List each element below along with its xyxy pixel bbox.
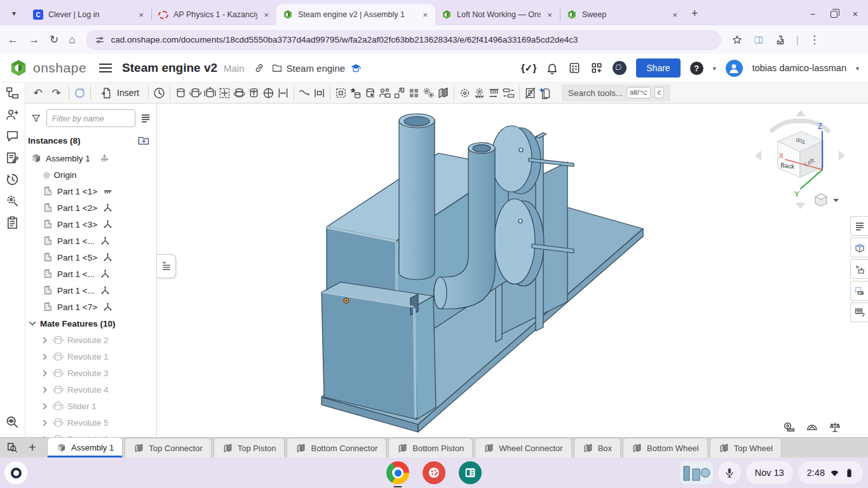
tree-row-part[interactable]: Part 1 <7> [25, 299, 156, 315]
main-menu-icon[interactable] [99, 64, 112, 72]
configurations-panel-tab[interactable] [850, 238, 868, 257]
gear-relation-icon[interactable] [458, 86, 471, 100]
date-pill[interactable]: Nov 13 [746, 461, 793, 484]
view-options-button[interactable] [815, 194, 839, 207]
viewcube-arrow-up[interactable] [796, 110, 806, 116]
versions-icon[interactable]: {✓} [521, 62, 536, 74]
address-bar[interactable]: cad.onshape.com/documents/18cdd5550ba373… [86, 30, 721, 50]
model-firebox-front[interactable] [322, 292, 417, 419]
hide-bom-icon[interactable] [524, 86, 537, 100]
bom-panel-tab[interactable] [850, 216, 868, 236]
launcher-button[interactable] [4, 461, 27, 484]
linear-pattern-icon[interactable] [407, 86, 421, 100]
doc-tab-bottom-piston[interactable]: Bottom Piston [388, 438, 473, 458]
insert-folder-icon[interactable] [137, 134, 150, 147]
learning-center-icon[interactable] [613, 61, 627, 75]
doc-tab-assembly-1[interactable]: Assembly 1 [47, 437, 123, 458]
planar-mate-icon[interactable] [218, 86, 231, 100]
tab-close-icon[interactable]: × [421, 10, 429, 20]
close-window-button[interactable]: × [853, 9, 858, 19]
undo-button[interactable]: ↶ [29, 85, 46, 101]
release-tasks-icon[interactable] [568, 62, 581, 74]
pin-slot-mate-icon[interactable] [262, 86, 275, 100]
tree-row-part[interactable]: Part 1 <5> [25, 249, 156, 266]
tab-close-icon[interactable]: × [262, 10, 270, 20]
browser-tab-physics[interactable]: AP Physics 1 - Kazanciyan × [152, 4, 276, 25]
tree-row-part[interactable]: Part 1 <3> [25, 216, 156, 233]
tree-row-part[interactable]: Part 1 <1> [25, 183, 156, 200]
animate-icon[interactable] [153, 86, 166, 100]
tasks-icon[interactable] [5, 215, 20, 230]
insert-button[interactable]: Insert [95, 85, 144, 101]
redo-button[interactable]: ↷ [48, 85, 65, 101]
slider-mate-icon[interactable] [203, 86, 217, 100]
screw-relation-icon[interactable] [487, 86, 501, 100]
fastened-mate-icon[interactable] [174, 86, 187, 100]
protractor-icon[interactable] [806, 421, 818, 433]
custom-tables-panel-tab[interactable] [850, 302, 868, 322]
browser-menu-icon[interactable]: ⋮ [809, 33, 820, 46]
viewcube-top-label[interactable]: Top [796, 137, 806, 146]
link-icon[interactable] [254, 62, 265, 74]
tab-close-icon[interactable]: × [546, 10, 553, 20]
help-icon[interactable]: ? [690, 62, 703, 75]
snapshot-icon[interactable] [349, 86, 362, 100]
expand-chevron-icon[interactable] [41, 336, 49, 344]
viewcube-rotate-right[interactable] [799, 119, 831, 133]
instances-tree-icon[interactable] [5, 86, 20, 100]
feature-pattern-icon[interactable] [422, 86, 435, 100]
home-button[interactable]: ⌂ [69, 34, 75, 46]
apps-store-icon[interactable] [590, 62, 603, 74]
screenshot-thumbnail[interactable] [680, 461, 713, 484]
filter-funnel-icon[interactable] [31, 112, 42, 125]
bookmark-star-icon[interactable] [731, 34, 743, 46]
group-mate-icon[interactable] [313, 86, 326, 100]
tab-close-icon[interactable]: × [671, 10, 679, 20]
new-tab-button[interactable]: + [691, 7, 698, 20]
rotate-view-icon[interactable] [73, 86, 86, 100]
model-top-wheel[interactable] [491, 126, 532, 192]
selection-panel-tab[interactable] [850, 281, 868, 301]
sheet-metal-icon[interactable] [437, 86, 450, 100]
doc-tab-top-connector[interactable]: Top Connector [125, 438, 212, 458]
filter-input[interactable] [46, 109, 135, 127]
comments-icon[interactable] [5, 129, 20, 144]
model-chimney[interactable] [399, 121, 435, 280]
assembly-3d-model[interactable] [157, 104, 850, 437]
tree-row-part[interactable]: Part 1 <... [25, 266, 156, 282]
split-view-icon[interactable] [753, 34, 764, 46]
extensions-puzzle-icon[interactable] [775, 34, 786, 46]
mate-row[interactable]: Revolute 5 [25, 414, 156, 431]
user-menu-caret-icon[interactable]: ▾ [856, 65, 859, 72]
pin-slot-relation-icon[interactable] [502, 86, 515, 100]
browser-tab-steam-engine[interactable]: Steam engine v2 | Assembly 1 × [276, 4, 435, 25]
expand-chevron-icon[interactable] [41, 369, 49, 377]
tree-row-origin[interactable]: ◎ Origin [25, 166, 156, 183]
minimize-button[interactable]: − [810, 9, 815, 19]
mate-row[interactable]: Revolute 3 [25, 365, 156, 381]
news-app-icon[interactable] [459, 461, 482, 484]
mate-row[interactable]: Revolute 1 [25, 348, 156, 365]
restore-button[interactable] [831, 11, 837, 18]
forward-button[interactable]: → [29, 34, 39, 46]
mate-row[interactable]: Revolute 6 [25, 431, 156, 437]
user-name[interactable]: tobias damico-lassman [752, 63, 846, 73]
explode-view-icon[interactable] [334, 86, 348, 100]
doc-tab-top-piston[interactable]: Top Piston [214, 438, 285, 458]
insert-part-studio-icon[interactable] [538, 86, 552, 100]
graphics-viewport[interactable]: Top Back Left Z Y X [157, 104, 850, 437]
parallel-mate-icon[interactable] [276, 86, 290, 100]
mass-properties-icon[interactable] [829, 421, 841, 433]
history-icon[interactable] [5, 172, 20, 187]
tangent-mate-icon[interactable] [298, 86, 311, 100]
cylindrical-mate-icon[interactable] [247, 86, 261, 100]
model-short-post[interactable] [496, 280, 502, 342]
help-caret-icon[interactable]: ▾ [713, 65, 716, 72]
folder-icon[interactable] [271, 62, 283, 74]
tab-close-icon[interactable]: × [137, 10, 145, 20]
doc-tab-bottom-wheel[interactable]: Bottom Wheel [623, 438, 708, 458]
canvas-app-icon[interactable] [423, 461, 445, 484]
viewcube-rotate-left[interactable] [769, 119, 801, 133]
workspace-name[interactable]: Main [224, 63, 245, 74]
document-title[interactable]: Steam engine v2 [122, 61, 217, 75]
